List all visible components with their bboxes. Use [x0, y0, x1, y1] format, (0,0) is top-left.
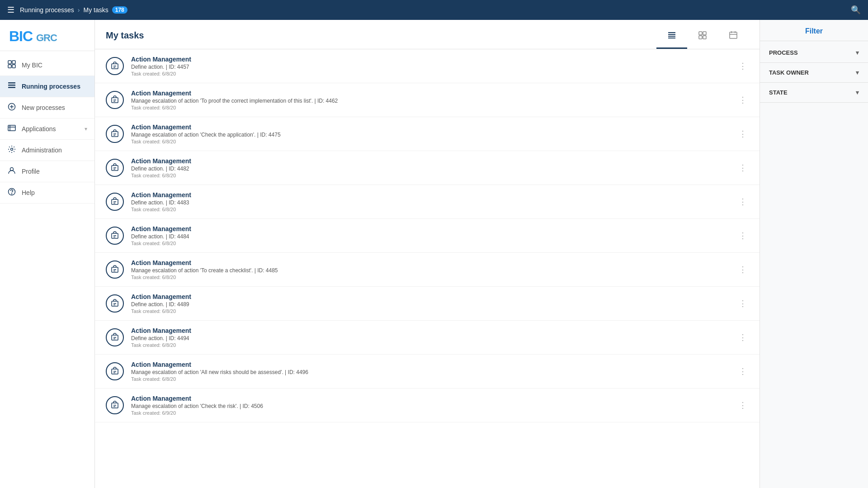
filter-section-label-process: PROCESS	[769, 49, 798, 56]
svg-rect-22	[703, 32, 706, 35]
task-menu-button[interactable]: ⋮	[737, 229, 749, 242]
tab-list[interactable]	[656, 27, 687, 49]
svg-rect-21	[699, 32, 702, 35]
new-icon	[7, 103, 16, 113]
search-icon[interactable]: 🔍	[851, 5, 861, 15]
sidebar-item-running[interactable]: Running processes	[0, 76, 94, 97]
sidebar-item-profile[interactable]: Profile	[0, 161, 94, 182]
sidebar-item-applications[interactable]: Applications▾	[0, 118, 94, 140]
task-menu-button[interactable]: ⋮	[737, 263, 749, 276]
task-info: Action ManagementDefine action. | ID: 44…	[131, 225, 730, 246]
filter-sections: PROCESS▾TASK OWNER▾STATE▾	[760, 43, 868, 103]
sidebar-item-mybic[interactable]: My BIC	[0, 55, 94, 76]
task-item[interactable]: Action ManagementDefine action. | ID: 44…	[95, 49, 760, 83]
sidebar-item-label-help: Help	[22, 189, 87, 196]
task-item[interactable]: Action ManagementDefine action. | ID: 44…	[95, 287, 760, 321]
task-menu-button[interactable]: ⋮	[737, 331, 749, 344]
task-menu-button[interactable]: ⋮	[737, 59, 749, 73]
chevron-down-icon: ▾	[856, 69, 859, 76]
mybic-icon	[7, 60, 16, 70]
breadcrumb: Running processes › My tasks 178	[20, 6, 127, 14]
running-icon	[7, 81, 16, 91]
task-description: Define action. | ID: 4489	[131, 301, 730, 308]
task-menu-button[interactable]: ⋮	[737, 127, 749, 141]
task-title: Action Management	[131, 191, 730, 199]
task-title: Action Management	[131, 157, 730, 165]
task-info: Action ManagementDefine action. | ID: 44…	[131, 56, 730, 76]
task-menu-button[interactable]: ⋮	[737, 93, 749, 107]
task-info: Action ManagementManage escalation of ac…	[131, 361, 730, 382]
sidebar-item-admin[interactable]: Administration	[0, 140, 94, 161]
task-date: Task created: 6/8/20	[131, 207, 730, 212]
help-icon	[7, 188, 16, 198]
task-menu-button[interactable]: ⋮	[737, 398, 749, 412]
task-date: Task created: 6/8/20	[131, 275, 730, 280]
chevron-down-icon: ▾	[85, 126, 87, 132]
task-avatar	[106, 396, 124, 414]
svg-rect-17	[668, 32, 675, 33]
task-info: Action ManagementDefine action. | ID: 44…	[131, 191, 730, 212]
task-description: Define action. | ID: 4494	[131, 335, 730, 341]
task-list-header: My tasks	[95, 20, 760, 49]
task-avatar	[106, 261, 124, 279]
logo-bic: BIC	[9, 28, 33, 44]
task-avatar	[106, 159, 124, 177]
tab-calendar[interactable]	[718, 27, 749, 49]
svg-rect-18	[668, 34, 675, 35]
task-item[interactable]: Action ManagementDefine action. | ID: 44…	[95, 185, 760, 219]
task-item[interactable]: Action ManagementDefine action. | ID: 44…	[95, 151, 760, 185]
breadcrumb-running-processes[interactable]: Running processes	[20, 6, 74, 14]
sidebar-item-label-applications: Applications	[22, 125, 79, 133]
task-description: Define action. | ID: 4483	[131, 199, 730, 206]
task-info: Action ManagementDefine action. | ID: 44…	[131, 157, 730, 178]
logo-text: BIC GRC	[9, 29, 85, 43]
task-menu-button[interactable]: ⋮	[737, 297, 749, 310]
filter-section-label-state: STATE	[769, 89, 788, 96]
task-item[interactable]: Action ManagementDefine action. | ID: 44…	[95, 219, 760, 253]
task-item[interactable]: Action ManagementManage escalation of ac…	[95, 83, 760, 117]
task-avatar	[106, 294, 124, 313]
task-date: Task created: 6/8/20	[131, 71, 730, 76]
task-menu-button[interactable]: ⋮	[737, 195, 749, 208]
task-item[interactable]: Action ManagementManage escalation of ac…	[95, 117, 760, 151]
task-title: Action Management	[131, 327, 730, 334]
filter-section-header-process[interactable]: PROCESS▾	[760, 43, 868, 62]
sidebar-item-help[interactable]: Help	[0, 182, 94, 204]
task-date: Task created: 6/8/20	[131, 173, 730, 178]
task-date: Task created: 6/8/20	[131, 241, 730, 246]
sidebar-item-label-new: New processes	[22, 104, 87, 111]
task-item[interactable]: Action ManagementManage escalation of ac…	[95, 389, 760, 422]
task-items: Action ManagementDefine action. | ID: 44…	[95, 49, 760, 488]
task-description: Define action. | ID: 4457	[131, 64, 730, 70]
task-item[interactable]: Action ManagementManage escalation of ac…	[95, 355, 760, 389]
task-date: Task created: 6/8/20	[131, 105, 730, 110]
filter-section-header-taskowner[interactable]: TASK OWNER▾	[760, 63, 868, 82]
sidebar-item-label-admin: Administration	[22, 147, 87, 154]
task-menu-button[interactable]: ⋮	[737, 365, 749, 378]
svg-rect-2	[8, 65, 11, 68]
svg-rect-10	[8, 125, 15, 131]
svg-point-16	[12, 194, 12, 194]
task-date: Task created: 6/9/20	[131, 410, 730, 416]
chevron-down-icon: ▾	[856, 89, 859, 96]
svg-rect-4	[8, 82, 15, 84]
task-item[interactable]: Action ManagementManage escalation of ac…	[95, 253, 760, 287]
task-avatar	[106, 57, 124, 75]
filter-section-header-state[interactable]: STATE▾	[760, 83, 868, 102]
task-menu-button[interactable]: ⋮	[737, 161, 749, 175]
task-description: Define action. | ID: 4484	[131, 233, 730, 240]
filter-section-process: PROCESS▾	[760, 43, 868, 63]
chevron-down-icon: ▾	[856, 49, 859, 56]
svg-rect-5	[8, 85, 15, 86]
tab-grid[interactable]	[687, 27, 718, 49]
task-avatar	[106, 91, 124, 109]
task-info: Action ManagementManage escalation of ac…	[131, 395, 730, 416]
task-item[interactable]: Action ManagementDefine action. | ID: 44…	[95, 321, 760, 355]
sidebar-item-new[interactable]: New processes	[0, 97, 94, 118]
hamburger-menu[interactable]: ☰	[7, 5, 14, 15]
svg-rect-24	[703, 36, 706, 39]
task-title: Action Management	[131, 259, 730, 266]
task-avatar	[106, 227, 124, 245]
sidebar-item-label-running: Running processes	[22, 83, 87, 90]
task-info: Action ManagementManage escalation of ac…	[131, 259, 730, 280]
